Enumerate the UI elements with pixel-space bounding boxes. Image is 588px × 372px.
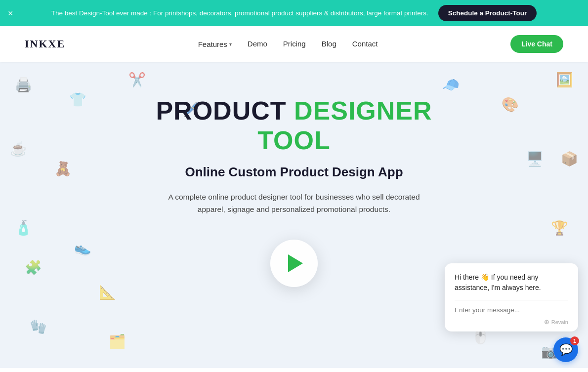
bg-icon-5: 🧢 — [442, 77, 460, 93]
bg-icon-20: 🗂️ — [109, 333, 126, 350]
banner-close-button[interactable]: × — [8, 9, 13, 18]
nav-links: Features ▾ Demo Pricing Blog Contact — [198, 40, 378, 48]
nav-item-blog[interactable]: Blog — [322, 40, 336, 48]
logo[interactable]: INKXE — [25, 38, 65, 50]
bg-icon-3: ✂️ — [128, 72, 146, 88]
navbar: INKXE Features ▾ Demo Pricing Blog Conta… — [0, 26, 588, 62]
chat-footer: ⊕ Revain — [455, 318, 568, 326]
chat-message-input[interactable] — [455, 306, 568, 314]
nav-item-features[interactable]: Features ▾ — [198, 40, 232, 48]
revain-label: Revain — [551, 319, 568, 325]
play-button[interactable] — [270, 240, 318, 287]
chat-divider — [455, 300, 568, 300]
live-chat-button[interactable]: Live Chat — [510, 35, 563, 53]
bg-icon-15: 🧩 — [25, 259, 42, 276]
bg-icon-16: 📐 — [99, 284, 116, 300]
nav-item-pricing[interactable]: Pricing — [283, 40, 306, 48]
bg-icon-13: 👟 — [74, 240, 91, 256]
chat-bubble: Hi there 👋 If you need any assistance, I… — [445, 263, 578, 331]
chat-notification-badge: 1 — [570, 336, 579, 345]
nav-item-demo[interactable]: Demo — [248, 40, 267, 48]
bg-icon-8: ☕ — [10, 141, 27, 157]
chat-open-button[interactable]: 💬 1 — [553, 337, 578, 362]
hero-content: PRODUCT DESIGNER TOOL Online Custom Prod… — [121, 96, 467, 287]
bg-icon-1: 🖨️ — [15, 77, 32, 93]
bg-icon-14: 🏆 — [551, 220, 568, 236]
chat-greeting: Hi there 👋 If you need any assistance, I… — [455, 272, 568, 293]
chat-branding: ⊕ Revain — [544, 318, 568, 326]
bg-icon-6: 🎨 — [502, 96, 519, 113]
features-label: Features — [198, 40, 227, 48]
bg-icon-19: 🧤 — [30, 319, 47, 335]
chat-widget: Hi there 👋 If you need any assistance, I… — [445, 263, 578, 362]
chevron-down-icon: ▾ — [229, 41, 232, 47]
bg-icon-9: 🧸 — [54, 161, 72, 177]
revain-logo-icon: ⊕ — [544, 318, 549, 326]
bg-icon-12: 🧴 — [15, 220, 32, 236]
play-button-wrapper — [121, 240, 467, 287]
bg-icon-2: 👕 — [69, 91, 86, 108]
bg-icon-10: 🖥️ — [526, 151, 544, 167]
hero-subtitle: Online Custom Product Design App — [121, 165, 467, 180]
nav-item-contact[interactable]: Contact — [352, 40, 378, 48]
chat-message-icon: 💬 — [559, 343, 573, 356]
hero-title-black: PRODUCT — [156, 96, 294, 125]
chat-row: Hi there 👋 If you need any assistance, I… — [445, 263, 578, 362]
bg-icon-11: 📦 — [561, 151, 578, 167]
hero-description: A complete online product designer tool … — [156, 191, 432, 216]
play-triangle-icon — [288, 254, 303, 272]
banner-cta-button[interactable]: Schedule a Product-Tour — [438, 5, 537, 21]
banner-message: The best Design-Tool ever made : For pri… — [51, 9, 428, 17]
top-banner: × The best Design-Tool ever made : For p… — [0, 0, 588, 26]
bg-icon-7: 🖼️ — [556, 72, 573, 88]
hero-title: PRODUCT DESIGNER TOOL — [121, 96, 467, 156]
